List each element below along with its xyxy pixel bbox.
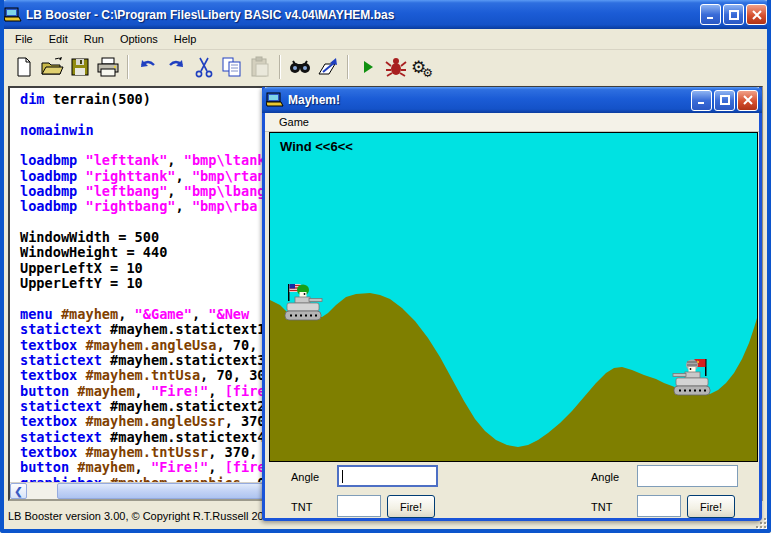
mayhem-app-icon	[266, 92, 284, 108]
angle-input-right[interactable]	[637, 465, 738, 487]
toolbar-separator	[279, 55, 281, 79]
scroll-left-arrow-icon[interactable]: ❮	[10, 483, 27, 499]
undo-button[interactable]	[134, 53, 162, 81]
angle-input-left[interactable]	[337, 465, 438, 487]
mayhem-minimize-button[interactable]	[691, 90, 712, 111]
main-maximize-button[interactable]	[723, 4, 744, 25]
main-window-title: LB Booster - C:\Program Files\Liberty BA…	[26, 8, 394, 22]
cut-button[interactable]	[190, 53, 218, 81]
toolbar-separator	[347, 55, 349, 79]
main-close-button[interactable]	[746, 4, 767, 25]
game-graphicbox: Wind <<6<<	[269, 132, 758, 462]
gears-icon: ⚙⚙	[411, 59, 437, 76]
menu-edit[interactable]: Edit	[42, 31, 75, 47]
tnt-input-left[interactable]	[337, 495, 381, 517]
copy-button[interactable]	[218, 53, 246, 81]
game-scene	[270, 133, 758, 462]
status-text: LB Booster version 3.00, © Copyright R.T…	[8, 510, 264, 522]
debug-button[interactable]	[382, 53, 410, 81]
fire-button-right[interactable]: Fire!	[687, 495, 735, 518]
tnt-label-left: TNT	[291, 501, 312, 513]
desktop: LB Booster - C:\Program Files\Liberty BA…	[0, 0, 771, 533]
paste-button[interactable]	[246, 53, 274, 81]
new-file-button[interactable]	[10, 53, 38, 81]
tnt-input-right[interactable]	[637, 495, 681, 517]
tnt-label-right: TNT	[591, 501, 612, 513]
save-button[interactable]	[66, 53, 94, 81]
menu-file[interactable]: File	[8, 31, 40, 47]
replace-button[interactable]	[314, 53, 342, 81]
game-controls: Angle TNT Fire! Angle TNT Fire!	[265, 462, 759, 518]
toolbar-separator	[127, 55, 129, 79]
text-caret	[342, 470, 343, 483]
mayhem-menubar: Game	[265, 113, 759, 132]
find-button[interactable]	[286, 53, 314, 81]
menu-game[interactable]: Game	[272, 114, 316, 130]
angle-label-right: Angle	[591, 471, 619, 483]
compile-button[interactable]: ⚙⚙	[410, 53, 438, 81]
mayhem-close-button[interactable]	[737, 90, 758, 111]
menu-help[interactable]: Help	[167, 31, 204, 47]
run-button[interactable]	[354, 53, 382, 81]
print-button[interactable]	[94, 53, 122, 81]
lb-booster-app-icon	[4, 7, 22, 23]
menu-run[interactable]: Run	[77, 31, 111, 47]
wind-indicator: Wind <<6<<	[280, 139, 353, 154]
open-file-button[interactable]	[38, 53, 66, 81]
main-titlebar[interactable]: LB Booster - C:\Program Files\Liberty BA…	[0, 0, 771, 29]
angle-label-left: Angle	[291, 471, 319, 483]
main-minimize-button[interactable]	[700, 4, 721, 25]
ussr-tank	[673, 359, 710, 395]
usa-tank	[285, 284, 322, 320]
mayhem-maximize-button[interactable]	[714, 90, 735, 111]
menu-options[interactable]: Options	[113, 31, 165, 47]
mayhem-window[interactable]: Mayhem! Game	[262, 87, 762, 521]
mayhem-window-title: Mayhem!	[288, 93, 340, 107]
mayhem-titlebar[interactable]: Mayhem!	[262, 87, 762, 113]
main-toolbar: ⚙⚙	[4, 50, 767, 84]
fire-button-left[interactable]: Fire!	[387, 495, 435, 518]
redo-button[interactable]	[162, 53, 190, 81]
main-menubar: File Edit Run Options Help	[4, 29, 767, 50]
